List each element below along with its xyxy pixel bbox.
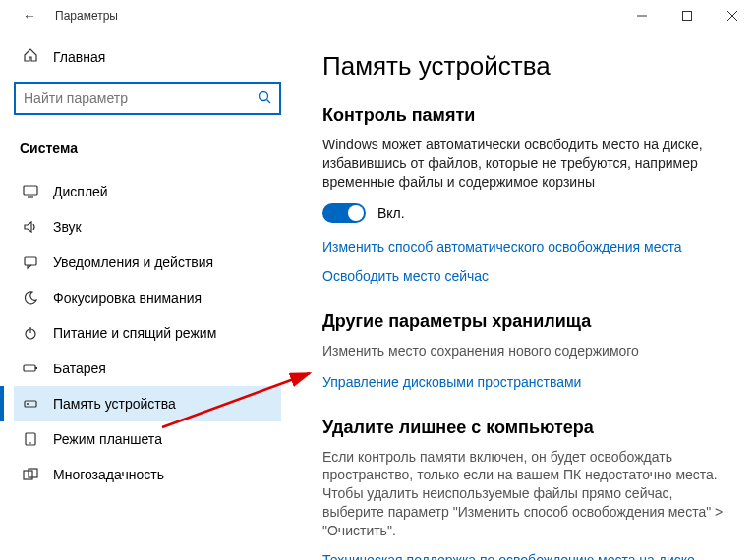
search-input-wrap[interactable]: [14, 82, 281, 115]
cleanup-support-link[interactable]: Техническая поддержка по освобождению ме…: [322, 552, 727, 560]
page-title: Память устройства: [322, 51, 727, 82]
toggle-label: Вкл.: [378, 205, 405, 221]
back-button[interactable]: ←: [14, 8, 45, 24]
power-icon: [20, 325, 41, 341]
svg-rect-13: [25, 401, 36, 407]
sidebar: Главная Система Дисплей Звук Уведомления…: [0, 31, 295, 560]
sidebar-item-storage[interactable]: Память устройства: [14, 386, 281, 421]
cleanup-title: Удалите лишнее с компьютера: [322, 418, 727, 438]
sidebar-item-label: Дисплей: [53, 184, 108, 199]
display-icon: [20, 184, 41, 199]
sidebar-item-display[interactable]: Дисплей: [14, 174, 281, 209]
battery-icon: [20, 361, 41, 376]
sidebar-section-title: Система: [14, 135, 281, 174]
svg-rect-1: [683, 12, 692, 21]
sidebar-item-label: Уведомления и действия: [53, 254, 213, 270]
notif-icon: [20, 254, 41, 270]
sidebar-item-focus[interactable]: Фокусировка внимания: [14, 280, 281, 315]
svg-rect-11: [24, 365, 35, 371]
sidebar-item-power[interactable]: Питание и спящий режим: [14, 315, 281, 351]
focus-icon: [20, 290, 41, 306]
storage-sense-desc: Windows может автоматически освободить м…: [322, 136, 727, 192]
sound-icon: [20, 219, 41, 235]
multi-icon: [20, 467, 41, 482]
manage-spaces-link[interactable]: Управление дисковыми пространствами: [322, 374, 727, 390]
svg-point-14: [27, 403, 29, 405]
sidebar-item-label: Память устройства: [53, 396, 176, 412]
sidebar-item-battery[interactable]: Батарея: [14, 351, 281, 386]
sidebar-item-label: Батарея: [53, 361, 106, 376]
free-now-link[interactable]: Освободить место сейчас: [322, 268, 727, 284]
sidebar-item-multitask[interactable]: Многозадачность: [14, 457, 281, 492]
search-input[interactable]: [24, 90, 258, 106]
svg-rect-8: [25, 257, 36, 265]
sidebar-item-label: Питание и спящий режим: [53, 325, 216, 341]
other-storage-title: Другие параметры хранилища: [322, 311, 727, 332]
tablet-icon: [20, 431, 41, 447]
svg-rect-6: [24, 186, 37, 195]
svg-rect-12: [35, 367, 37, 369]
sidebar-item-label: Фокусировка внимания: [53, 290, 202, 306]
storage-sense-title: Контроль памяти: [322, 105, 727, 126]
home-icon: [20, 47, 41, 66]
sidebar-item-label: Режим планшета: [53, 431, 162, 447]
sidebar-home-label: Главная: [53, 49, 105, 65]
close-button[interactable]: [710, 0, 755, 31]
sidebar-item-label: Многозадачность: [53, 467, 164, 482]
minimize-button[interactable]: [619, 0, 665, 31]
sidebar-home[interactable]: Главная: [14, 39, 281, 74]
storage-sense-toggle[interactable]: [322, 203, 366, 223]
sidebar-item-tablet[interactable]: Режим планшета: [14, 421, 281, 457]
change-auto-free-link[interactable]: Изменить способ автоматического освобожд…: [322, 239, 727, 254]
sidebar-item-label: Звук: [53, 219, 82, 235]
sidebar-item-notifications[interactable]: Уведомления и действия: [14, 245, 281, 280]
content-area: Память устройства Контроль памяти Window…: [295, 31, 755, 560]
svg-point-4: [260, 91, 268, 100]
cleanup-desc: Если контроль памяти включен, он будет о…: [322, 448, 727, 540]
window-title: Параметры: [55, 9, 118, 23]
storage-icon: [20, 396, 41, 412]
sidebar-item-sound[interactable]: Звук: [14, 209, 281, 245]
svg-line-5: [267, 99, 271, 103]
maximize-button[interactable]: [665, 0, 710, 31]
search-icon: [258, 90, 271, 107]
change-save-location-link[interactable]: Изменить место сохранения нового содержи…: [322, 342, 727, 361]
